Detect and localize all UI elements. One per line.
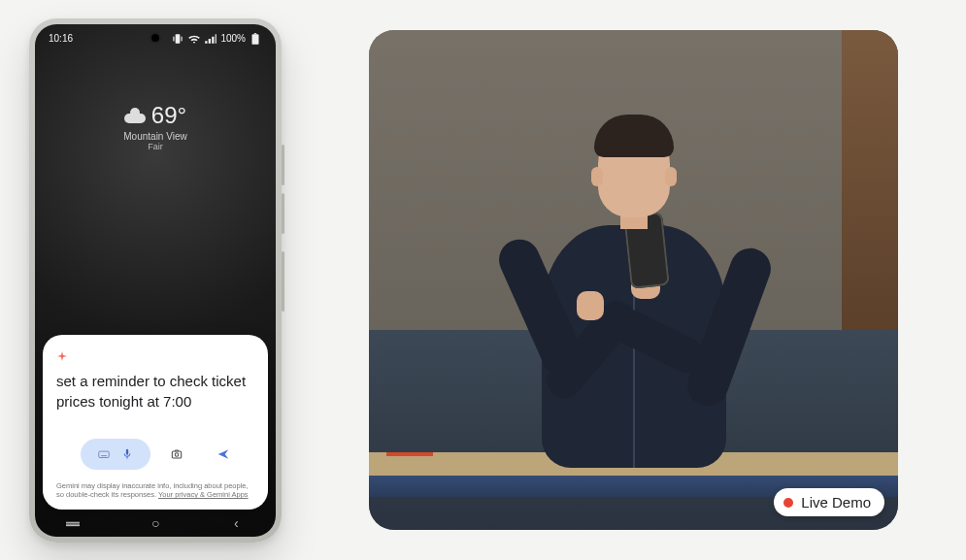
record-dot-icon xyxy=(783,498,793,508)
assistant-card: set a reminder to check ticket prices to… xyxy=(43,335,268,509)
phone-screen: 10:16 100% 69° Mountain View Fair xyxy=(35,24,276,537)
svg-rect-7 xyxy=(126,449,128,455)
status-right-cluster: 100% xyxy=(171,32,262,46)
svg-rect-6 xyxy=(101,455,107,456)
svg-rect-8 xyxy=(172,451,181,458)
presenter-figure xyxy=(513,80,755,468)
status-time: 10:16 xyxy=(49,33,73,44)
presenter-ear xyxy=(591,167,603,186)
battery-icon xyxy=(249,32,262,46)
camera-icon[interactable] xyxy=(170,447,183,461)
video-accent-mark xyxy=(386,452,433,456)
svg-rect-3 xyxy=(252,34,259,45)
power-button[interactable] xyxy=(282,251,284,312)
live-demo-label: Live Demo xyxy=(801,494,871,511)
svg-point-9 xyxy=(175,453,179,457)
keyboard-icon[interactable] xyxy=(97,447,111,461)
disclaimer-link[interactable]: Your privacy & Gemini Apps xyxy=(158,490,249,499)
weather-condition: Fair xyxy=(35,142,276,151)
assistant-input-row xyxy=(56,439,254,470)
voice-input-pill[interactable] xyxy=(81,439,150,470)
nav-back-button[interactable]: ‹ xyxy=(234,515,239,531)
assistant-disclaimer: Gemini may display inaccurate info, incl… xyxy=(56,481,254,500)
status-battery: 100% xyxy=(220,33,246,44)
signal-icon xyxy=(204,32,217,46)
weather-temperature: 69° xyxy=(151,102,186,129)
wifi-icon xyxy=(187,32,201,46)
assistant-prompt-text: set a reminder to check ticket prices to… xyxy=(56,372,254,412)
presentation-stage: 10:16 100% 69° Mountain View Fair xyxy=(0,0,966,560)
svg-rect-0 xyxy=(176,34,181,43)
live-demo-badge: Live Demo xyxy=(774,488,884,516)
nav-home-button[interactable]: ○ xyxy=(151,515,159,531)
volume-up-button[interactable] xyxy=(282,145,284,185)
weather-location: Mountain View xyxy=(35,131,276,142)
status-bar: 10:16 100% xyxy=(35,30,276,48)
jacket-zipper xyxy=(633,274,635,468)
svg-rect-1 xyxy=(174,36,175,41)
volume-down-button[interactable] xyxy=(282,193,284,234)
cloud-icon xyxy=(124,108,146,123)
sparkle-icon xyxy=(56,350,68,362)
video-background-wood xyxy=(842,30,898,330)
microphone-icon[interactable] xyxy=(120,447,134,461)
svg-rect-4 xyxy=(254,33,256,34)
send-icon[interactable] xyxy=(217,447,230,461)
live-demo-video-panel: Live Demo xyxy=(369,30,898,530)
presenter-ear xyxy=(665,167,677,186)
weather-widget[interactable]: 69° Mountain View Fair xyxy=(35,102,276,151)
vibrate-icon xyxy=(171,32,184,46)
nav-recents-button[interactable]: ||| xyxy=(67,520,83,525)
android-nav-bar: ||| ○ ‹ xyxy=(35,513,276,533)
svg-rect-2 xyxy=(182,36,183,41)
presenter-left-hand xyxy=(577,291,604,320)
phone-device-frame: 10:16 100% 69° Mountain View Fair xyxy=(29,18,282,543)
presenter-hair xyxy=(594,115,674,157)
svg-rect-5 xyxy=(99,451,110,457)
